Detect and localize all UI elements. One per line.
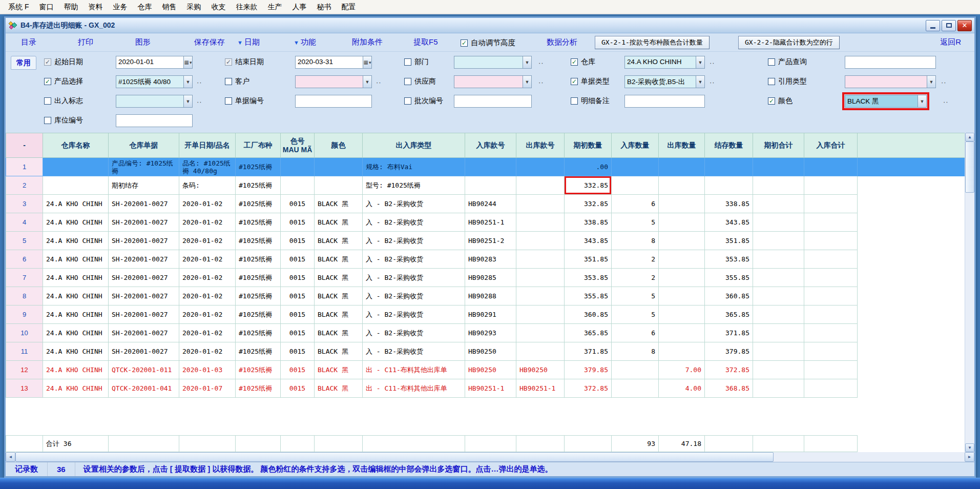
table-row[interactable]: 1产品编号: #1025纸褥品名: #1025纸褥 40/80g#1025纸褥规… (6, 158, 965, 176)
location-no-checkbox[interactable]: ✓ (44, 117, 51, 124)
table-row[interactable]: 924.A KHO CHINHSH-202001-00272020-01-02#… (6, 305, 965, 324)
gx-2-1-button[interactable]: GX-2-1-按款号布种颜色合计数量 (595, 36, 710, 49)
save-button[interactable]: 保存 (194, 37, 210, 46)
extra-condition-button[interactable]: 附加条件 (352, 37, 383, 46)
table-row[interactable]: 2期初结存条码:#1025纸褥型号: #1025纸褥332.85 (6, 176, 965, 195)
date-menu-button[interactable]: 日期 (244, 37, 260, 46)
minimize-button[interactable] (926, 20, 940, 31)
menu-item[interactable]: 资料 (83, 0, 108, 14)
table-row[interactable]: 1024.A KHO CHINHSH-202001-00272020-01-02… (6, 324, 965, 342)
calendar-dropdown-icon[interactable]: ▦▾ (363, 56, 371, 68)
ref-type-select[interactable]: ▼ (845, 75, 936, 88)
menu-item[interactable]: 收支 (206, 0, 231, 14)
table-row[interactable]: 624.A KHO CHINHSH-202001-00272020-01-02#… (6, 250, 965, 269)
more-options-button[interactable]: ·· (943, 98, 949, 106)
menu-item[interactable]: 窗口 (34, 0, 58, 14)
menu-item[interactable]: 人事 (287, 0, 311, 14)
warehouse-checkbox[interactable]: ✓ (571, 58, 578, 66)
column-header[interactable] (858, 133, 965, 158)
vertical-scroll-thumb[interactable] (965, 141, 974, 193)
column-header[interactable]: 入库合计 (804, 133, 858, 158)
scroll-left-button[interactable]: ◄ (6, 452, 15, 462)
table-row[interactable]: 1324.A KHO CHINHQTCK-202001-0412020-01-0… (6, 379, 965, 398)
column-header[interactable]: 色号MAU MÃ (281, 133, 315, 158)
detail-note-input[interactable] (624, 95, 705, 108)
color-checkbox[interactable]: ✓ (768, 97, 775, 105)
print-button[interactable]: 打印 (78, 37, 93, 46)
horizontal-scroll-thumb[interactable] (15, 452, 774, 462)
column-header[interactable]: 开单日期/品名 (179, 133, 236, 158)
batch-no-checkbox[interactable]: ✓ (404, 97, 411, 105)
column-header[interactable]: 仓库单据 (109, 133, 179, 158)
dropdown-arrow-icon[interactable]: ▼ (523, 76, 531, 88)
menu-item[interactable]: 业务 (108, 0, 132, 14)
menu-item[interactable]: 秘书 (311, 0, 336, 14)
more-options-button[interactable]: ·· (197, 98, 202, 106)
column-header[interactable]: 入库款号 (465, 133, 516, 158)
more-options-button[interactable]: ·· (941, 78, 947, 86)
product-query-input[interactable] (845, 56, 936, 69)
more-options-button[interactable]: ·· (710, 59, 715, 67)
column-header[interactable]: 颜色 (315, 133, 363, 158)
table-row[interactable]: 424.A KHO CHINHSH-202001-00272020-01-02#… (6, 213, 965, 232)
maximize-button[interactable] (942, 20, 956, 31)
end-date-checkbox[interactable]: ✓ (225, 58, 232, 66)
product-select-select[interactable]: #1025纸褥 40/80 ▼ (116, 75, 193, 88)
batch-no-input[interactable] (454, 95, 532, 108)
product-select-checkbox[interactable]: ✓ (44, 78, 51, 85)
doc-no-input[interactable] (295, 95, 372, 108)
dropdown-arrow-icon[interactable]: ▼ (696, 76, 704, 88)
table-row[interactable]: 724.A KHO CHINHSH-202001-00272020-01-02#… (6, 269, 965, 287)
column-header[interactable]: 结存数量 (705, 133, 753, 158)
doc-no-checkbox[interactable]: ✓ (225, 97, 232, 105)
table-row[interactable]: 1224.A KHO CHINHQTCK-202001-0112020-01-0… (6, 361, 965, 379)
menu-item[interactable]: 往来款 (231, 0, 262, 14)
table-row[interactable]: 524.A KHO CHINHSH-202001-00272020-01-02#… (6, 232, 965, 250)
menu-item[interactable]: 帮助 (58, 0, 83, 14)
start-date-input[interactable]: 2020-01-01 ▦▾ (116, 56, 193, 69)
graph-button[interactable]: 图形 (135, 37, 151, 46)
dropdown-arrow-icon[interactable]: ▼ (927, 76, 935, 88)
column-header[interactable]: 出入库类型 (363, 133, 465, 158)
customer-checkbox[interactable]: ✓ (225, 78, 232, 85)
save-button-label[interactable]: 保存 (210, 37, 225, 46)
gx-2-2-button[interactable]: GX-2-2-隐藏合计数为空的行 (738, 36, 840, 49)
horizontal-scroll-track[interactable] (15, 452, 965, 462)
more-options-button[interactable]: ·· (710, 78, 715, 86)
inout-flag-select[interactable]: ▼ (116, 95, 193, 108)
dropdown-arrow-icon[interactable]: ▼ (523, 56, 531, 68)
inout-flag-checkbox[interactable]: ✓ (44, 97, 51, 105)
dropdown-arrow-icon[interactable]: ▼ (363, 76, 371, 88)
vertical-scrollbar[interactable]: ▲ ▼ (965, 133, 974, 452)
scroll-right-button[interactable]: ► (965, 452, 974, 462)
dropdown-arrow-icon[interactable]: ▼ (183, 95, 192, 107)
horizontal-scrollbar[interactable]: ◄ ► (6, 452, 974, 462)
ref-type-checkbox[interactable]: ✓ (768, 78, 775, 85)
auto-height-checkbox[interactable]: ✓ (461, 39, 468, 47)
department-select[interactable]: ▼ (454, 56, 532, 69)
menu-item[interactable]: 仓库 (132, 0, 157, 14)
start-date-checkbox[interactable]: ✓ (44, 58, 51, 66)
column-header[interactable]: 入库数量 (612, 133, 659, 158)
more-options-button[interactable]: ·· (538, 59, 544, 67)
menu-item[interactable]: 采购 (181, 0, 206, 14)
table-row[interactable]: 324.A KHO CHINHSH-202001-00272020-01-02#… (6, 195, 965, 213)
calendar-dropdown-icon[interactable]: ▦▾ (183, 56, 192, 68)
table-row[interactable]: 824.A KHO CHINHSH-202001-00272020-01-02#… (6, 287, 965, 305)
more-options-button[interactable]: ·· (538, 78, 544, 86)
menu-item[interactable]: 系统 F (3, 0, 34, 14)
color-select[interactable]: BLACK 黑 ▼ (845, 95, 927, 108)
dropdown-arrow-icon[interactable]: ▼ (696, 56, 704, 68)
return-button[interactable]: 返回R (940, 37, 961, 46)
catalog-button[interactable]: 目录 (21, 37, 36, 46)
department-checkbox[interactable]: ✓ (404, 58, 411, 66)
data-analysis-button[interactable]: 数据分析 (547, 37, 577, 46)
supplier-checkbox[interactable]: ✓ (404, 78, 411, 85)
more-options-button[interactable]: ·· (197, 78, 202, 86)
product-query-checkbox[interactable]: ✓ (768, 58, 775, 66)
scroll-down-button[interactable]: ▼ (965, 443, 974, 452)
supplier-select[interactable]: ▼ (454, 75, 532, 88)
menu-item[interactable]: 配置 (336, 0, 361, 14)
customer-select[interactable]: ▼ (295, 75, 372, 88)
doc-type-select[interactable]: B2-采购收货,B5-出 ▼ (624, 75, 705, 88)
